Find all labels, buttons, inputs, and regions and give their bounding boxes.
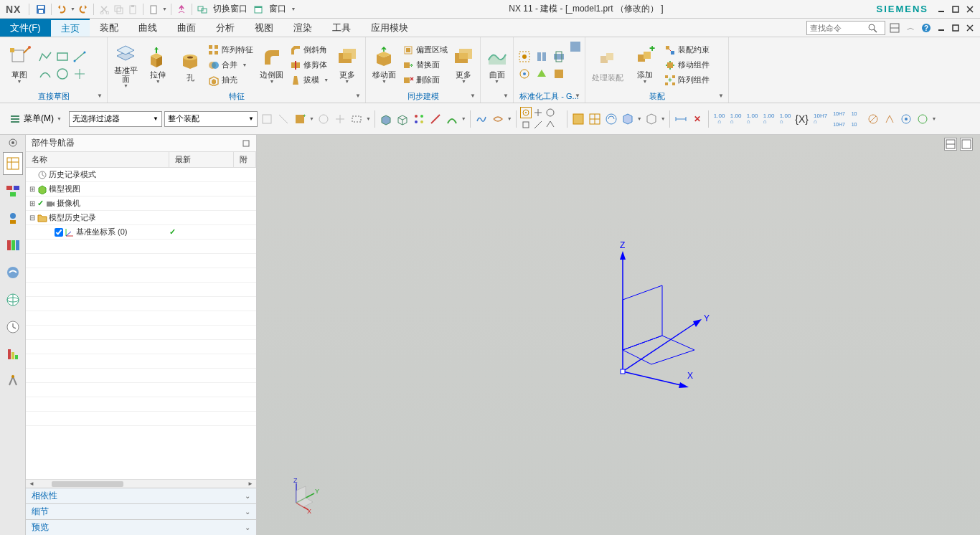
view-tool-1-icon[interactable] bbox=[571, 112, 585, 126]
move-face-button[interactable]: 移动面▼ bbox=[369, 44, 400, 85]
std-tool-7-icon[interactable] bbox=[568, 39, 583, 55]
sel-wireframe-icon[interactable] bbox=[395, 112, 410, 126]
history-tab[interactable] bbox=[3, 316, 23, 338]
view-tool-4-icon[interactable] bbox=[621, 112, 635, 126]
replace-face-button[interactable]: 替换面 bbox=[401, 58, 449, 72]
navigator-scrollbar[interactable]: ◄ ► bbox=[26, 479, 256, 488]
sel-tool-2-icon[interactable] bbox=[276, 112, 291, 126]
maximize-button[interactable] bbox=[950, 4, 961, 14]
tol-4-icon[interactable]: 1.00⌂ bbox=[762, 112, 776, 126]
sel-cube-icon[interactable] bbox=[379, 112, 393, 126]
doc-maximize-button[interactable] bbox=[950, 23, 961, 33]
detail-section[interactable]: 细节⌄ bbox=[26, 503, 256, 519]
move-component-button[interactable]: 移动组件 bbox=[663, 58, 711, 72]
std-tool-1-icon[interactable] bbox=[517, 49, 532, 65]
pin-icon[interactable] bbox=[242, 139, 250, 148]
view-tool-5-icon[interactable] bbox=[644, 112, 659, 126]
sel-tool-3-icon[interactable]: + bbox=[293, 112, 307, 126]
sym-3-icon[interactable] bbox=[899, 112, 913, 126]
undo-dropdown-icon[interactable]: ▼ bbox=[70, 3, 75, 16]
sym-2-icon[interactable] bbox=[882, 112, 897, 126]
snap-4-icon[interactable] bbox=[520, 119, 532, 131]
tol-10-icon[interactable]: 10 bbox=[847, 119, 862, 129]
menu-surface[interactable]: 曲面 bbox=[167, 19, 206, 37]
sel-tool-4-icon[interactable] bbox=[316, 112, 331, 126]
tol-2-icon[interactable]: 1.00⌂ bbox=[729, 112, 743, 126]
search-icon[interactable] bbox=[867, 23, 877, 33]
tol-9-icon[interactable]: 10H7 bbox=[832, 119, 847, 129]
menu-tools[interactable]: 工具 bbox=[322, 19, 361, 37]
cut-icon[interactable] bbox=[98, 3, 110, 16]
sel-tool-6-icon[interactable] bbox=[349, 112, 364, 126]
manufacturing-tab[interactable] bbox=[3, 370, 23, 393]
selection-filter-dropdown[interactable]: 无选择过滤器▼ bbox=[69, 111, 162, 127]
sel-edge-icon[interactable] bbox=[428, 112, 443, 126]
tol-5-icon[interactable]: 1.00⌂ bbox=[778, 112, 793, 126]
tol-7-icon[interactable]: 10H7 bbox=[832, 108, 847, 118]
collapse-ribbon-icon[interactable]: ︿ bbox=[904, 22, 917, 34]
sel-pattern-icon[interactable] bbox=[412, 112, 426, 126]
tol-3-icon[interactable]: 1.00⌂ bbox=[745, 112, 760, 126]
menu-home[interactable]: 主页 bbox=[51, 19, 90, 37]
std-tool-5-icon[interactable] bbox=[534, 66, 550, 82]
sketch-button[interactable]: 草图 ▼ bbox=[3, 44, 36, 85]
page-dropdown-icon[interactable]: ▼ bbox=[161, 3, 167, 16]
surface-button[interactable]: 曲面▼ bbox=[484, 44, 510, 85]
sym-1-icon[interactable] bbox=[866, 112, 880, 126]
snap-3-icon[interactable] bbox=[545, 107, 556, 118]
menu-analysis[interactable]: 分析 bbox=[206, 19, 245, 37]
paste-icon[interactable] bbox=[126, 3, 139, 16]
help-icon[interactable]: ? bbox=[920, 22, 933, 34]
menu-button[interactable]: 菜单(M) ▼ bbox=[4, 110, 67, 127]
redo-icon[interactable] bbox=[77, 3, 90, 16]
snap-2-icon[interactable] bbox=[532, 107, 544, 118]
layout-icon[interactable] bbox=[888, 22, 901, 34]
web-browser-tab[interactable] bbox=[3, 288, 23, 311]
doc-close-button[interactable] bbox=[964, 23, 976, 33]
command-search[interactable] bbox=[806, 21, 885, 35]
save-icon[interactable] bbox=[34, 3, 47, 16]
std-tool-6-icon[interactable] bbox=[551, 66, 567, 82]
delete-face-button[interactable]: 删除面 bbox=[401, 73, 449, 87]
curve-tool-1-icon[interactable] bbox=[474, 112, 489, 126]
menu-curve[interactable]: 曲线 bbox=[128, 19, 167, 37]
extrude-button[interactable]: 拉伸▼ bbox=[143, 44, 174, 85]
preview-section[interactable]: 预览⌄ bbox=[26, 519, 256, 535]
part-navigator-tab[interactable] bbox=[3, 152, 23, 175]
gear-icon[interactable] bbox=[8, 138, 18, 148]
assembly-navigator-tab[interactable] bbox=[3, 179, 23, 202]
assembly-constraint-button[interactable]: 装配约束 bbox=[663, 43, 711, 57]
point-icon[interactable] bbox=[72, 66, 88, 82]
std-tool-2-icon[interactable] bbox=[534, 49, 550, 65]
window-icon[interactable] bbox=[252, 3, 265, 16]
dependency-section[interactable]: 相依性⌄ bbox=[26, 488, 256, 503]
rectangle-icon[interactable] bbox=[55, 49, 70, 65]
minimize-button[interactable] bbox=[936, 4, 947, 14]
hd3d-tab[interactable] bbox=[3, 261, 23, 284]
col-name[interactable]: 名称 bbox=[26, 152, 169, 167]
datum-plane-button[interactable]: 基准平面▼ bbox=[110, 40, 141, 90]
sel-curve-icon[interactable] bbox=[445, 112, 459, 126]
menu-render[interactable]: 渲染 bbox=[283, 19, 322, 37]
std-tool-4-icon[interactable] bbox=[517, 66, 532, 82]
tree-row-history-mode[interactable]: 历史记录模式 bbox=[26, 168, 256, 182]
page-icon[interactable] bbox=[147, 3, 160, 16]
tree-row-model-history[interactable]: ⊟模型历史记录 bbox=[26, 211, 256, 225]
profile-icon[interactable] bbox=[37, 49, 53, 65]
trim-body-button[interactable]: 修剪体 bbox=[288, 58, 330, 72]
tol-8-icon[interactable]: 10 bbox=[847, 108, 862, 118]
sym-4-icon[interactable] bbox=[915, 112, 930, 126]
measure-2-icon[interactable]: ✕ bbox=[690, 112, 705, 126]
doc-minimize-button[interactable] bbox=[936, 23, 947, 33]
more-sync-button[interactable]: 更多▼ bbox=[451, 44, 477, 85]
tol-bracket-icon[interactable]: {X} bbox=[795, 112, 809, 126]
sel-tool-1-icon[interactable] bbox=[260, 112, 274, 126]
measure-1-icon[interactable] bbox=[674, 112, 688, 126]
offset-region-button[interactable]: 偏置区域 bbox=[401, 43, 449, 57]
viewport-mode-1-icon[interactable] bbox=[944, 138, 957, 151]
constraint-navigator-tab[interactable] bbox=[3, 207, 23, 229]
scope-dropdown[interactable]: 整个装配▼ bbox=[164, 111, 258, 127]
snap-5-icon[interactable] bbox=[532, 119, 544, 131]
copy-icon[interactable] bbox=[112, 3, 125, 16]
command-search-input[interactable] bbox=[810, 24, 867, 32]
